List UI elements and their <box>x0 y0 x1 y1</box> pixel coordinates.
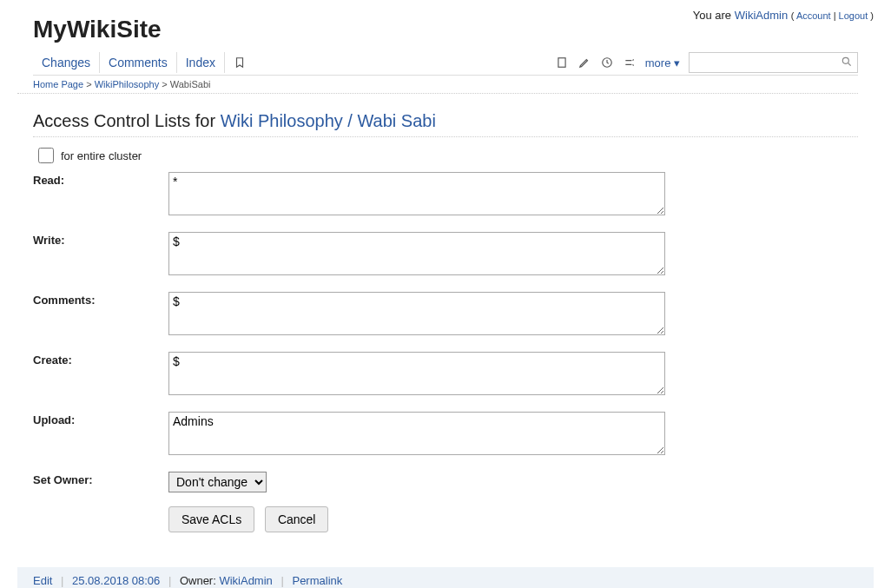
settings-icon[interactable] <box>623 56 637 69</box>
breadcrumb-sep2: > <box>162 79 169 89</box>
nav-index[interactable]: Index <box>177 52 225 73</box>
footer-date[interactable]: 25.08.2018 08:06 <box>72 574 160 587</box>
footer-sep1: | <box>61 574 63 587</box>
svg-point-2 <box>842 57 848 63</box>
you-are-label: You are <box>693 9 735 22</box>
footer-sep3: | <box>280 574 283 587</box>
read-label: Read: <box>33 172 168 187</box>
more-link[interactable]: more ▾ <box>645 56 680 69</box>
cluster-label: for entire cluster <box>61 149 142 162</box>
history-icon[interactable] <box>600 56 614 69</box>
write-label: Write: <box>33 232 168 247</box>
comments-textarea[interactable] <box>168 292 665 335</box>
footer-bar: Edit | 25.08.2018 08:06 | Owner: WikiAdm… <box>17 567 874 588</box>
footer-owner-prefix: Owner: <box>180 574 220 587</box>
upload-textarea[interactable] <box>168 412 665 455</box>
search-icon[interactable] <box>841 56 853 70</box>
footer-edit[interactable]: Edit <box>33 574 52 587</box>
user-paren-close: ) <box>868 10 874 21</box>
username-link[interactable]: WikiAdmin <box>735 9 788 22</box>
edit-icon[interactable] <box>578 56 591 69</box>
save-button[interactable]: Save ACLs <box>168 506 254 532</box>
owner-select[interactable]: Don't change <box>168 472 267 492</box>
title-underline <box>33 136 858 137</box>
user-sep: | <box>831 10 839 21</box>
page-icon[interactable] <box>555 56 569 69</box>
search-box <box>689 52 858 73</box>
page-title: Access Control Lists for Wiki Philosophy… <box>33 111 858 131</box>
footer-sep2: | <box>168 574 171 587</box>
account-link[interactable]: Account <box>796 10 831 21</box>
user-info: You are WikiAdmin ( Account | Logout ) <box>693 9 874 22</box>
site-title: MyWikiSite <box>33 16 162 43</box>
cancel-button[interactable]: Cancel <box>265 506 329 532</box>
breadcrumb-parent[interactable]: WikiPhilosophy <box>95 79 160 89</box>
upload-label: Upload: <box>33 412 168 426</box>
nav-changes[interactable]: Changes <box>33 52 100 73</box>
nav-comments[interactable]: Comments <box>100 52 177 73</box>
svg-rect-0 <box>558 58 565 68</box>
footer-owner[interactable]: WikiAdmin <box>219 574 272 587</box>
footer-permalink[interactable]: Permalink <box>292 574 342 587</box>
bookmark-icon[interactable] <box>234 56 246 69</box>
breadcrumb: Home Page > WikiPhilosophy > WabiSabi <box>17 76 858 94</box>
write-textarea[interactable] <box>168 232 665 275</box>
breadcrumb-home[interactable]: Home Page <box>33 79 83 89</box>
search-input[interactable] <box>689 52 858 73</box>
owner-label: Set Owner: <box>33 472 168 486</box>
read-textarea[interactable] <box>168 172 665 215</box>
create-label: Create: <box>33 352 168 367</box>
cluster-checkbox[interactable] <box>38 148 54 163</box>
breadcrumb-current: WabiSabi <box>170 79 211 89</box>
create-textarea[interactable] <box>168 352 665 395</box>
comments-label: Comments: <box>33 292 168 307</box>
page-title-link[interactable]: Wiki Philosophy / Wabi Sabi <box>221 111 436 130</box>
nav-left: Changes Comments Index <box>33 52 246 73</box>
logout-link[interactable]: Logout <box>839 10 868 21</box>
page-title-prefix: Access Control Lists for <box>33 111 221 130</box>
nav-right: more ▾ <box>555 52 858 73</box>
breadcrumb-sep1: > <box>86 79 94 89</box>
